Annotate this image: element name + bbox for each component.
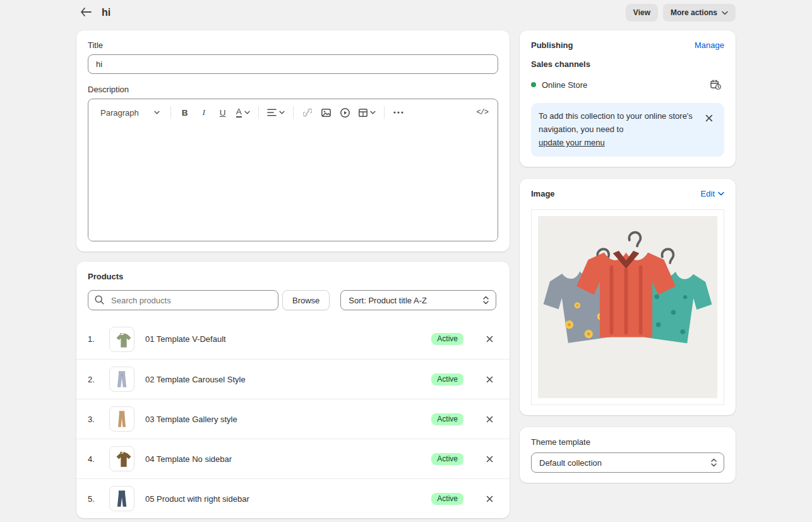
search-icon <box>95 295 104 307</box>
link-icon <box>303 108 312 117</box>
view-button-label: View <box>633 8 650 17</box>
sort-select-value: Sort: Product title A-Z <box>349 296 427 305</box>
collection-image-frame[interactable] <box>531 209 724 405</box>
sweater-image <box>111 329 133 350</box>
close-icon <box>705 114 713 122</box>
product-list: 1. 01 Template V-Default Active 2. <box>76 319 510 518</box>
products-controls: Browse Sort: Product title A-Z <box>76 281 510 319</box>
status-badge: Active <box>431 493 463 505</box>
paragraph-style-select[interactable]: Paragraph <box>95 103 165 122</box>
schedule-publish-button[interactable] <box>707 76 724 94</box>
insert-video-button[interactable] <box>337 103 354 122</box>
top-bar-left: hi <box>76 4 110 21</box>
calendar-clock-icon <box>710 80 721 90</box>
underline-button[interactable]: U <box>214 103 232 122</box>
product-thumbnail <box>109 406 134 432</box>
update-your-menu-link[interactable]: update your menu <box>539 138 605 147</box>
remove-product-button[interactable] <box>481 331 498 348</box>
table-row: 2. 02 Template Carousel Style Active <box>76 359 510 399</box>
description-label: Description <box>88 85 498 94</box>
search-products-input[interactable] <box>88 290 278 310</box>
status-badge: Active <box>431 373 463 385</box>
page-title: hi <box>102 7 110 18</box>
more-horizontal-icon <box>393 111 403 114</box>
more-formatting-button[interactable] <box>390 103 407 122</box>
description-block: Description Paragraph B I U <box>88 85 498 241</box>
bold-button[interactable]: B <box>176 103 194 122</box>
chevron-down-icon <box>244 111 250 114</box>
image-card: Image Edit <box>520 179 736 415</box>
image-heading: Image <box>531 189 555 198</box>
theme-template-card: Theme template Default collection <box>520 427 736 483</box>
alignment-button[interactable] <box>264 103 288 122</box>
dismiss-banner-button[interactable] <box>700 109 718 127</box>
page: hi View More actions Title Description <box>76 0 736 518</box>
sales-channels-label: Sales channels <box>531 59 724 69</box>
table-row: 1. 01 Template V-Default Active <box>76 319 510 359</box>
top-bar: hi View More actions <box>76 0 736 30</box>
link-button[interactable] <box>299 103 316 122</box>
manage-link[interactable]: Manage <box>695 40 724 50</box>
title-input[interactable] <box>88 54 498 74</box>
products-header: Products <box>76 262 510 281</box>
shirts-illustration <box>538 217 717 398</box>
chevron-down-icon <box>718 191 724 196</box>
status-badge: Active <box>431 333 463 345</box>
image-header: Image Edit <box>531 189 724 198</box>
pants-image <box>111 368 133 390</box>
edit-image-button[interactable]: Edit <box>701 189 724 198</box>
browse-button[interactable]: Browse <box>282 290 330 310</box>
toolbar-divider <box>293 106 294 119</box>
more-actions-label: More actions <box>671 8 717 17</box>
edit-image-label: Edit <box>701 189 715 198</box>
rich-text-editor: Paragraph B I U A <box>88 99 498 241</box>
remove-product-button[interactable] <box>481 490 498 507</box>
publishing-header: Publishing Manage <box>531 40 724 50</box>
insert-table-button[interactable] <box>355 103 379 122</box>
back-arrow-icon <box>80 8 92 16</box>
remove-product-button[interactable] <box>481 450 498 468</box>
status-badge: Active <box>431 453 463 465</box>
chevron-down-icon <box>154 111 160 114</box>
chevron-down-icon <box>279 111 285 114</box>
channel-row: Online Store <box>531 76 724 94</box>
show-html-button[interactable]: </> <box>473 103 491 122</box>
main-layout: Title Description Paragraph B I <box>76 30 736 518</box>
back-button[interactable] <box>76 4 95 21</box>
title-label: Title <box>88 40 498 50</box>
status-badge: Active <box>431 413 463 425</box>
close-icon <box>486 376 493 383</box>
italic-button[interactable]: I <box>195 103 213 122</box>
product-name: 02 Template Carousel Style <box>145 375 431 384</box>
sort-select[interactable]: Sort: Product title A-Z <box>340 290 496 310</box>
products-heading: Products <box>88 272 498 281</box>
sort-stepper-icon <box>482 296 489 305</box>
table-icon <box>359 109 367 117</box>
table-row: 5. 05 Product with right sidebar Active <box>76 478 510 518</box>
row-index: 5. <box>88 494 109 504</box>
channel-name: Online Store <box>542 80 707 90</box>
product-search <box>88 290 278 310</box>
theme-template-value: Default collection <box>539 458 602 468</box>
navigation-info-banner: To add this collection to your online st… <box>531 103 724 157</box>
collection-image <box>538 216 717 398</box>
close-icon <box>486 495 493 502</box>
select-stepper-icon <box>710 458 717 467</box>
paragraph-style-label: Paragraph <box>100 108 139 118</box>
table-row: 4. 04 Template No sidebar Active <box>76 439 510 478</box>
text-color-button[interactable]: A <box>233 103 253 122</box>
pants-image <box>111 408 133 430</box>
product-thumbnail <box>109 327 134 352</box>
insert-image-button[interactable] <box>318 103 335 122</box>
remove-product-button[interactable] <box>481 370 498 388</box>
theme-template-label: Theme template <box>531 437 724 447</box>
product-name: 05 Product with right sidebar <box>145 494 431 504</box>
view-button[interactable]: View <box>626 4 658 21</box>
description-textarea[interactable] <box>88 124 498 241</box>
remove-product-button[interactable] <box>481 410 498 428</box>
theme-template-select[interactable]: Default collection <box>531 452 724 473</box>
product-thumbnail <box>109 446 134 471</box>
more-actions-button[interactable]: More actions <box>663 4 736 21</box>
products-card: Products Browse Sort: Product title A-Z <box>76 262 510 518</box>
hoodie-image <box>111 448 133 470</box>
